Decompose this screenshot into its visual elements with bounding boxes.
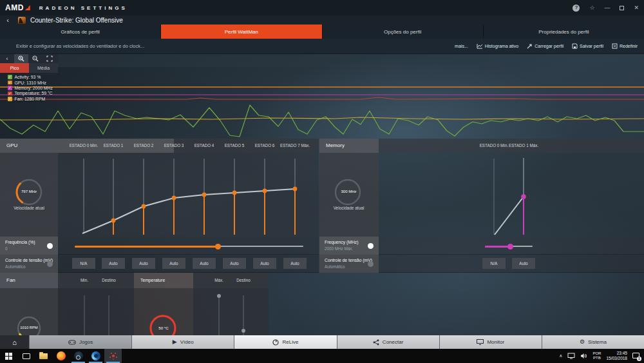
firefox-icon	[57, 351, 66, 360]
favorite-icon[interactable]: ☆	[589, 4, 594, 12]
voltage-button[interactable]: Auto	[253, 258, 276, 269]
fit-view-icon[interactable]	[43, 54, 57, 63]
memory-section-title: Memory	[319, 139, 379, 153]
fan-sliders[interactable]	[0, 288, 319, 335]
nav-relive[interactable]: ReLive	[234, 335, 336, 349]
state-handle[interactable]	[142, 204, 146, 209]
zoom-in-icon[interactable]	[14, 54, 28, 63]
gpu-frequency-curve[interactable]	[0, 153, 319, 237]
file-explorer-button[interactable]	[35, 349, 52, 363]
app-name: RADEON SETTINGS	[39, 5, 128, 11]
voltage-button[interactable]: Auto	[102, 258, 125, 269]
voltage-button[interactable]: N/A	[72, 258, 95, 269]
state-handle[interactable]	[202, 193, 207, 197]
fan-section-header: Fan	[0, 273, 58, 288]
series-activity	[0, 105, 644, 137]
volume-icon[interactable]	[580, 353, 587, 359]
slider-track-empty[interactable]	[510, 246, 533, 247]
voltage-button[interactable]: N/A	[482, 258, 506, 269]
tab-bar: Gráficos de perfil Perfil WattMan Opções…	[0, 25, 644, 39]
bottom-nav: ⌂ Jogos ▶ Vídeo ReLive Conectar Monitor …	[0, 335, 644, 349]
close-button[interactable]: ✕	[634, 4, 639, 12]
legend-checkbox[interactable]: ✓	[8, 86, 12, 90]
state-handle[interactable]	[263, 189, 267, 193]
nav-jogos[interactable]: Jogos	[29, 335, 131, 349]
voltage-button[interactable]: Auto	[162, 258, 185, 269]
language-indicator[interactable]: POR PTB	[592, 351, 601, 360]
tab-perfil-wattman[interactable]: Perfil WattMan	[161, 25, 322, 39]
tray-expand-icon[interactable]: ∧	[559, 353, 562, 358]
legend-label: Memory: 2000 MHz	[15, 86, 53, 90]
minimize-button[interactable]: —	[604, 4, 610, 12]
state-handle[interactable]	[232, 191, 237, 195]
nav-video[interactable]: ▶ Vídeo	[131, 335, 234, 349]
reset-button[interactable]: Redefinir	[612, 43, 638, 49]
active-histogram-button[interactable]: Histograma ativo	[477, 43, 519, 49]
load-profile-button[interactable]: Carregar perfil	[527, 43, 564, 49]
clock[interactable]: 23:45 15/03/2018	[606, 351, 627, 361]
state-handle[interactable]	[111, 219, 116, 223]
memory-frequency-toggle[interactable]	[368, 243, 374, 249]
legend-checkbox[interactable]: ✓	[8, 92, 12, 96]
fan-slider-handle[interactable]	[217, 294, 221, 298]
nav-sistema[interactable]: ⚙ Sistema	[542, 335, 644, 349]
legend-checkbox[interactable]: ✓	[8, 97, 12, 101]
legend-checkbox[interactable]: ✓	[8, 81, 12, 85]
steam-button[interactable]	[70, 349, 87, 363]
tab-graficos-de-perfil[interactable]: Gráficos de perfil	[0, 25, 161, 39]
state-handle[interactable]	[293, 187, 298, 191]
slider-knob[interactable]	[215, 244, 221, 250]
slider-knob[interactable]	[507, 244, 513, 250]
tab-propriedades-do-perfil[interactable]: Propriedades do perfil	[484, 25, 644, 39]
monitor-graph	[0, 67, 644, 139]
maximize-button[interactable]	[620, 6, 624, 10]
memory-frequency-curve[interactable]	[319, 153, 644, 237]
windows-taskbar: ∧ POR PTB 23:45 15/03/2018 1	[0, 349, 644, 363]
legend-checkbox[interactable]: ✓	[8, 75, 12, 79]
temperature-title: Temperature	[134, 273, 193, 288]
fan-col-max: Máx.	[214, 273, 223, 287]
memory-section-header: Memory	[319, 139, 379, 153]
browser-button[interactable]	[87, 349, 104, 363]
load-icon	[527, 43, 533, 49]
tab-media[interactable]: Média	[29, 63, 58, 73]
state-handle[interactable]	[521, 194, 526, 199]
radeon-settings-button[interactable]	[104, 349, 122, 363]
slider-track-empty[interactable]	[218, 246, 303, 247]
state-handle[interactable]	[172, 196, 176, 201]
browser-icon	[91, 351, 100, 360]
voltage-button[interactable]: Auto	[223, 258, 246, 269]
voltage-button[interactable]: Auto	[193, 258, 216, 269]
fan-col-destino: Destino	[102, 273, 115, 287]
home-button[interactable]: ⌂	[0, 335, 29, 349]
fan-slider-handle[interactable]	[242, 329, 245, 333]
action-center-button[interactable]: 1	[632, 353, 640, 360]
save-profile-button[interactable]: Salvar perfil	[572, 43, 603, 49]
gpu-voltage-buttons: N/AAutoAutoAutoAutoAutoAutoAuto	[0, 255, 319, 273]
slider-track-filled[interactable]	[75, 246, 218, 248]
gpu-frequency-toggle[interactable]	[47, 243, 53, 249]
monitor-icon	[477, 339, 484, 345]
csgo-icon	[18, 17, 26, 24]
back-button[interactable]: ‹	[0, 15, 15, 25]
voltage-button[interactable]: Auto	[283, 258, 307, 269]
nav-monitor[interactable]: Monitor	[439, 335, 542, 349]
voltage-button[interactable]: Auto	[132, 258, 155, 269]
graph-toolbar: ‹	[0, 54, 58, 63]
tab-pico[interactable]: Pico	[0, 63, 29, 73]
help-icon[interactable]: ?	[573, 5, 580, 12]
slider-track-filled[interactable]	[485, 246, 510, 248]
task-view-button[interactable]	[17, 349, 35, 363]
network-icon[interactable]	[567, 353, 575, 359]
fan-col-destino2: Destino	[236, 273, 250, 287]
nav-conectar[interactable]: Conectar	[337, 335, 439, 349]
more-button[interactable]: mais...	[455, 44, 468, 48]
graph-back-icon[interactable]: ‹	[0, 54, 14, 63]
frequency-curve-line	[495, 197, 524, 235]
zoom-out-icon[interactable]	[28, 54, 43, 63]
start-button[interactable]	[0, 349, 17, 363]
radeon-icon	[112, 355, 115, 357]
firefox-button[interactable]	[52, 349, 70, 363]
tab-opcoes-do-perfil[interactable]: Opções do perfil	[323, 25, 484, 39]
voltage-button[interactable]: Auto	[512, 258, 535, 269]
